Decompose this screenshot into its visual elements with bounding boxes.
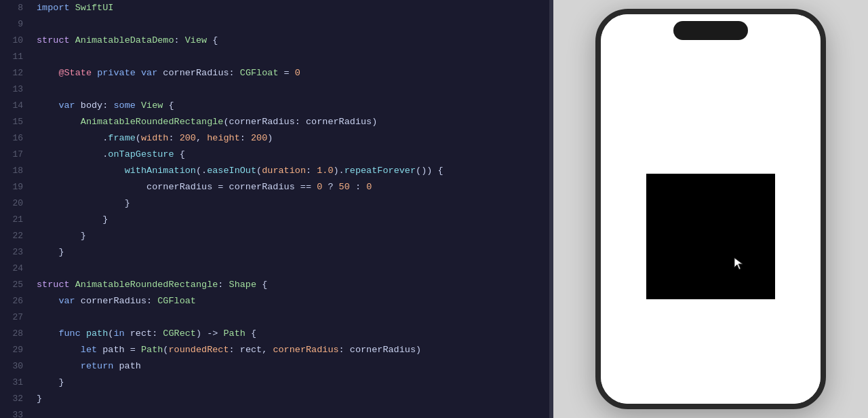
line-number: 23: [0, 244, 34, 261]
line-number: 13: [0, 81, 34, 98]
line-code: import SwiftUI: [34, 0, 549, 16]
line-number: 14: [0, 98, 34, 114]
code-line: 16 .frame(width: 200, height: 200): [0, 130, 549, 147]
line-code: }: [34, 244, 549, 261]
code-line: 29 let path = Path(roundedRect: rect, co…: [0, 342, 549, 358]
animated-rectangle[interactable]: [646, 174, 775, 299]
code-line: 8import SwiftUI: [0, 0, 549, 16]
line-code: struct AnimatableDataDemo: View {: [34, 33, 549, 49]
line-code: }: [34, 391, 549, 407]
code-line: 25struct AnimatableRoundedRectangle: Sha…: [0, 277, 549, 293]
line-number: 12: [0, 65, 34, 81]
line-code: func path(in rect: CGRect) -> Path {: [34, 326, 549, 342]
svg-marker-0: [734, 258, 743, 269]
line-number: 29: [0, 342, 34, 358]
code-line: 22 }: [0, 228, 549, 244]
line-number: 18: [0, 163, 34, 179]
line-number: 10: [0, 33, 34, 49]
line-code: }: [34, 212, 549, 228]
code-line: 12 @State private var cornerRadius: CGFl…: [0, 65, 549, 81]
line-code: [34, 261, 549, 277]
line-number: 21: [0, 212, 34, 228]
line-number: 33: [0, 407, 34, 418]
line-code: var body: some View {: [34, 98, 549, 114]
line-code: }: [34, 375, 549, 391]
line-code: struct AnimatableRoundedRectangle: Shape…: [34, 277, 549, 293]
preview-panel: [553, 0, 868, 418]
line-code: [34, 407, 549, 418]
line-code: .onTapGesture {: [34, 147, 549, 163]
line-number: 26: [0, 293, 34, 309]
code-content: 8import SwiftUI9 10struct AnimatableData…: [0, 0, 549, 418]
line-number: 17: [0, 147, 34, 163]
line-number: 8: [0, 0, 34, 16]
line-code: let path = Path(roundedRect: rect, corne…: [34, 342, 549, 358]
line-number: 15: [0, 114, 34, 130]
line-number: 11: [0, 49, 34, 65]
code-line: 10struct AnimatableDataDemo: View {: [0, 33, 549, 49]
code-line: 15 AnimatableRoundedRectangle(cornerRadi…: [0, 114, 549, 130]
line-code: }: [34, 195, 549, 212]
line-code: [34, 309, 549, 326]
code-line: 20 }: [0, 195, 549, 212]
line-number: 16: [0, 130, 34, 147]
code-line: 21 }: [0, 212, 549, 228]
code-line: 27: [0, 309, 549, 326]
code-line: 17 .onTapGesture {: [0, 147, 549, 163]
line-code: }: [34, 228, 549, 244]
line-code: [34, 16, 549, 33]
code-line: 13: [0, 81, 549, 98]
code-line: 26 var cornerRadius: CGFloat: [0, 293, 549, 309]
code-line: 14 var body: some View {: [0, 98, 549, 114]
code-line: 11: [0, 49, 549, 65]
code-line: 24: [0, 261, 549, 277]
line-code: .frame(width: 200, height: 200): [34, 130, 549, 147]
code-line: 18 withAnimation(.easeInOut(duration: 1.…: [0, 163, 549, 179]
line-code: @State private var cornerRadius: CGFloat…: [34, 65, 549, 81]
line-code: AnimatableRoundedRectangle(cornerRadius:…: [34, 114, 549, 130]
line-number: 32: [0, 391, 34, 407]
line-code: [34, 49, 549, 65]
phone-mockup: [595, 9, 826, 409]
phone-notch: [673, 21, 748, 40]
line-code: [34, 81, 549, 98]
line-number: 31: [0, 375, 34, 391]
line-number: 28: [0, 326, 34, 342]
line-number: 9: [0, 16, 34, 33]
cursor-icon: [733, 256, 748, 271]
line-number: 19: [0, 179, 34, 195]
line-code: cornerRadius = cornerRadius == 0 ? 50 : …: [34, 179, 549, 195]
code-line: 9: [0, 16, 549, 33]
code-line: 19 cornerRadius = cornerRadius == 0 ? 50…: [0, 179, 549, 195]
line-number: 30: [0, 358, 34, 375]
code-line: 33: [0, 407, 549, 418]
line-number: 22: [0, 228, 34, 244]
code-line: 30 return path: [0, 358, 549, 375]
code-editor: 8import SwiftUI9 10struct AnimatableData…: [0, 0, 549, 418]
code-line: 23 }: [0, 244, 549, 261]
code-line: 32}: [0, 391, 549, 407]
line-number: 24: [0, 261, 34, 277]
line-number: 27: [0, 309, 34, 326]
line-number: 20: [0, 195, 34, 212]
line-code: var cornerRadius: CGFloat: [34, 293, 549, 309]
line-number: 25: [0, 277, 34, 293]
code-line: 31 }: [0, 375, 549, 391]
line-code: withAnimation(.easeInOut(duration: 1.0).…: [34, 163, 549, 179]
phone-screen[interactable]: [601, 14, 821, 404]
code-line: 28 func path(in rect: CGRect) -> Path {: [0, 326, 549, 342]
line-code: return path: [34, 358, 549, 375]
